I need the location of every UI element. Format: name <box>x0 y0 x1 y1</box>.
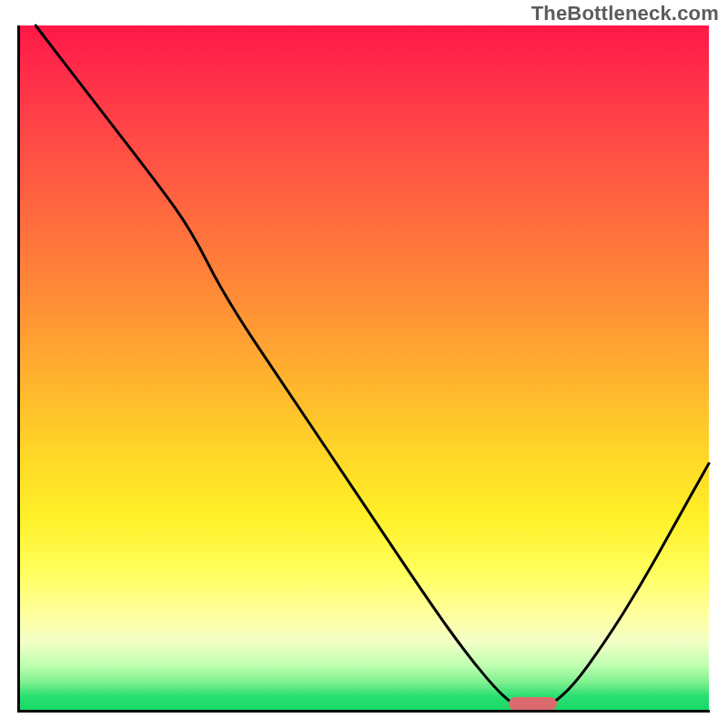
chart-frame: TheBottleneck.com <box>0 0 728 728</box>
optimal-marker <box>509 697 557 711</box>
curve-overlay <box>19 25 709 710</box>
watermark-text: TheBottleneck.com <box>531 2 719 25</box>
bottleneck-curve-path <box>35 25 709 710</box>
y-axis <box>17 25 20 713</box>
x-axis <box>17 710 710 713</box>
